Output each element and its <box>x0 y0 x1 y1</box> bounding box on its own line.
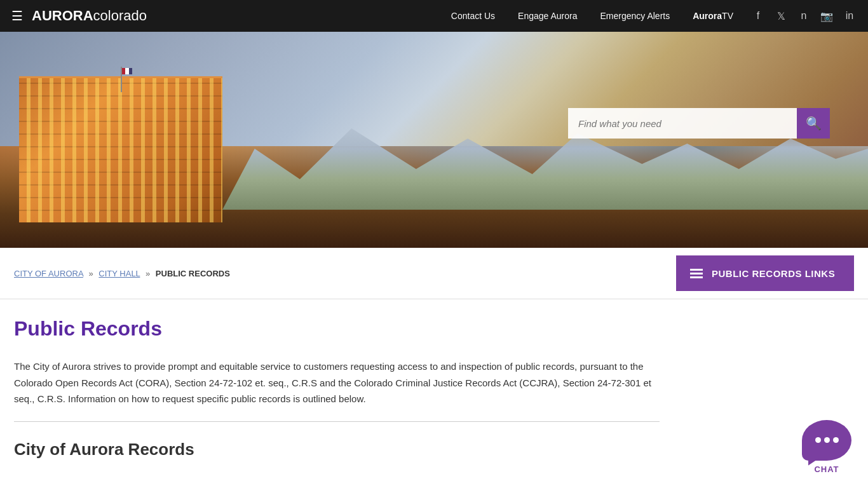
main-nav: Contact Us Engage Aurora Emergency Alert… <box>440 0 745 32</box>
chat-dot-2 <box>824 437 830 443</box>
chat-label: CHAT <box>814 464 839 474</box>
chat-button[interactable]: CHAT <box>798 418 855 475</box>
linkedin-icon[interactable]: in <box>843 9 857 23</box>
search-icon: 🔍 <box>806 116 822 131</box>
instagram-icon[interactable]: 📷 <box>820 9 834 23</box>
breadcrumb-city-of-aurora[interactable]: CITY OF AURORA <box>14 269 83 278</box>
nav-contact-us[interactable]: Contact Us <box>440 0 506 32</box>
hero-banner: 🔍 <box>0 32 868 248</box>
breadcrumb-city-hall[interactable]: CITY HALL <box>98 269 140 278</box>
logo-aurora: AURORA <box>32 8 93 24</box>
page-body-text: The City of Aurora strives to provide pr… <box>14 358 660 407</box>
nav-engage-aurora[interactable]: Engage Aurora <box>506 0 588 32</box>
section-title: City of Aurora Records <box>14 440 660 459</box>
hero-flag <box>121 67 122 92</box>
breadcrumb-bar: CITY OF AURORA » CITY HALL » PUBLIC RECO… <box>0 248 868 299</box>
aurora-tv-aurora: Aurora <box>693 11 722 21</box>
public-records-links-button[interactable]: PUBLIC RECORDS LINKS <box>676 255 854 291</box>
content-divider <box>14 421 660 422</box>
menu-icon[interactable]: ☰ <box>11 8 23 24</box>
chat-dot-3 <box>833 437 839 443</box>
breadcrumb-sep-2: » <box>146 269 150 278</box>
breadcrumb-current: PUBLIC RECORDS <box>156 269 230 278</box>
links-icon-line-3 <box>690 276 703 278</box>
site-header: ☰ AURORAcolorado Contact Us Engage Auror… <box>0 0 868 32</box>
facebook-icon[interactable]: f <box>751 9 765 23</box>
links-icon-line-1 <box>690 269 703 271</box>
hero-building <box>19 76 222 222</box>
nav-emergency-alerts[interactable]: Emergency Alerts <box>588 0 681 32</box>
page-title: Public Records <box>14 317 660 341</box>
chat-dots <box>815 437 839 443</box>
breadcrumb: CITY OF AURORA » CITY HALL » PUBLIC RECO… <box>14 269 230 278</box>
breadcrumb-sep-1: » <box>88 269 93 278</box>
main-content: Public Records The City of Aurora strive… <box>0 299 674 488</box>
public-records-links-label: PUBLIC RECORDS LINKS <box>712 268 835 279</box>
aurora-tv-tv: TV <box>722 11 733 21</box>
links-icon-line-2 <box>690 273 703 274</box>
site-logo[interactable]: AURORAcolorado <box>32 8 440 24</box>
links-icon <box>690 269 703 278</box>
chat-bubble <box>802 420 851 461</box>
search-input[interactable] <box>568 108 797 139</box>
hero-search: 🔍 <box>568 108 830 139</box>
logo-colorado: colorado <box>93 8 147 24</box>
hero-building-windows <box>19 78 222 222</box>
nextdoor-icon[interactable]: n <box>797 9 811 23</box>
chat-dot-1 <box>815 437 821 443</box>
nav-aurora-tv[interactable]: AuroraTV <box>681 0 745 32</box>
search-button[interactable]: 🔍 <box>797 108 830 139</box>
twitter-icon[interactable]: 𝕏 <box>774 9 788 23</box>
social-icons: f 𝕏 n 📷 in <box>745 9 857 23</box>
